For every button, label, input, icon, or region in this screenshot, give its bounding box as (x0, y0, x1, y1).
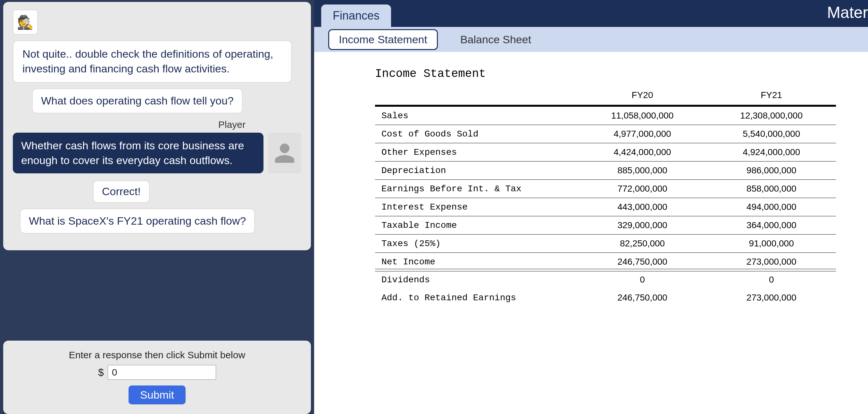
row-value-fy21: 4,924,000,000 (707, 143, 836, 161)
row-value-fy21: 91,000,000 (707, 234, 836, 253)
currency-symbol: $ (98, 367, 104, 378)
row-value-fy20: 246,750,000 (578, 253, 707, 271)
submit-button[interactable]: Submit (128, 385, 186, 404)
top-bar: Finances Mater (314, 0, 868, 27)
player-avatar (268, 133, 301, 174)
row-value-fy20: 4,424,000,000 (578, 143, 707, 161)
statement-title: Income Statement (375, 67, 836, 81)
row-label: Cost of Goods Sold (375, 125, 578, 143)
row-value-fy21: 986,000,000 (707, 161, 836, 180)
row-value-fy21: 12,308,000,000 (707, 106, 836, 125)
chat-panel: 🕵️ Not quite.. double check the definiti… (0, 0, 314, 414)
table-body: Sales11,058,000,00012,308,000,000Cost of… (375, 106, 836, 307)
table-row: Depreciation885,000,000986,000,000 (375, 161, 836, 180)
tab-finances[interactable]: Finances (321, 4, 391, 27)
row-value-fy21: 273,000,000 (707, 253, 836, 271)
row-label: Net Income (375, 253, 578, 271)
npc-avatar: 🕵️ (13, 10, 38, 35)
row-label: Taxable Income (375, 216, 578, 234)
row-value-fy21: 494,000,000 (707, 198, 836, 216)
npc-message: Correct! (93, 181, 150, 203)
table-row: Dividends00 (375, 271, 836, 289)
col-header-label (375, 88, 578, 106)
row-value-fy20: 443,000,000 (578, 198, 707, 216)
table-row: Taxes (25%)82,250,00091,000,000 (375, 234, 836, 253)
person-icon (273, 141, 296, 165)
row-label: Dividends (375, 271, 578, 289)
row-value-fy20: 82,250,000 (578, 234, 707, 253)
chat-scroll-area: 🕵️ Not quite.. double check the definiti… (3, 2, 311, 250)
response-input-area: Enter a response then click Submit below… (3, 341, 311, 414)
row-label: Interest Expense (375, 198, 578, 216)
table-row: Sales11,058,000,00012,308,000,000 (375, 106, 836, 125)
row-value-fy20: 246,750,000 (578, 289, 707, 307)
statement-content: Income Statement FY20 FY21 Sales11,058,0… (314, 52, 868, 414)
row-label: Earnings Before Int. & Tax (375, 180, 578, 198)
input-row: $ (13, 365, 301, 380)
row-label: Taxes (25%) (375, 234, 578, 253)
table-row: Taxable Income329,000,000364,000,000 (375, 216, 836, 234)
table-row: Earnings Before Int. & Tax772,000,000858… (375, 180, 836, 198)
npc-avatar-glyph: 🕵️ (17, 14, 34, 30)
col-header-fy21: FY21 (707, 88, 836, 106)
row-value-fy21: 5,540,000,000 (707, 125, 836, 143)
row-value-fy20: 0 (578, 271, 707, 289)
row-label: Other Expenses (375, 143, 578, 161)
table-row: Add. to Retained Earnings246,750,000273,… (375, 289, 836, 307)
npc-message: Not quite.. double check the definitions… (13, 40, 292, 83)
row-value-fy20: 4,977,000,000 (578, 125, 707, 143)
player-label: Player (13, 119, 301, 130)
subtab-income-statement[interactable]: Income Statement (328, 29, 438, 50)
col-header-fy20: FY20 (578, 88, 707, 106)
row-value-fy21: 0 (707, 271, 836, 289)
row-value-fy21: 273,000,000 (707, 289, 836, 307)
row-value-fy20: 329,000,000 (578, 216, 707, 234)
npc-message: What is SpaceX's FY21 operating cash flo… (20, 209, 255, 233)
response-input[interactable] (108, 365, 216, 380)
row-value-fy21: 858,000,000 (707, 180, 836, 198)
table-row: Interest Expense443,000,000494,000,000 (375, 198, 836, 216)
row-label: Depreciation (375, 161, 578, 180)
table-row: Cost of Goods Sold4,977,000,0005,540,000… (375, 125, 836, 143)
subtab-balance-sheet[interactable]: Balance Sheet (451, 30, 541, 49)
data-panel: Finances Mater Income Statement Balance … (314, 0, 868, 414)
row-value-fy20: 885,000,000 (578, 161, 707, 180)
row-label: Add. to Retained Earnings (375, 289, 578, 307)
app-title: Mater (827, 3, 868, 22)
input-prompt: Enter a response then click Submit below (13, 350, 301, 360)
row-value-fy20: 772,000,000 (578, 180, 707, 198)
row-label: Sales (375, 106, 578, 125)
table-row: Net Income246,750,000273,000,000 (375, 253, 836, 271)
sub-tab-bar: Income Statement Balance Sheet (314, 27, 868, 52)
row-value-fy21: 364,000,000 (707, 216, 836, 234)
row-value-fy20: 11,058,000,000 (578, 106, 707, 125)
npc-message: What does operating cash flow tell you? (32, 89, 243, 114)
income-statement-table: FY20 FY21 Sales11,058,000,00012,308,000,… (375, 88, 836, 307)
player-message-row: Whether cash flows from its core busines… (13, 133, 301, 174)
table-row: Other Expenses4,424,000,0004,924,000,000 (375, 143, 836, 161)
player-message: Whether cash flows from its core busines… (13, 133, 264, 174)
